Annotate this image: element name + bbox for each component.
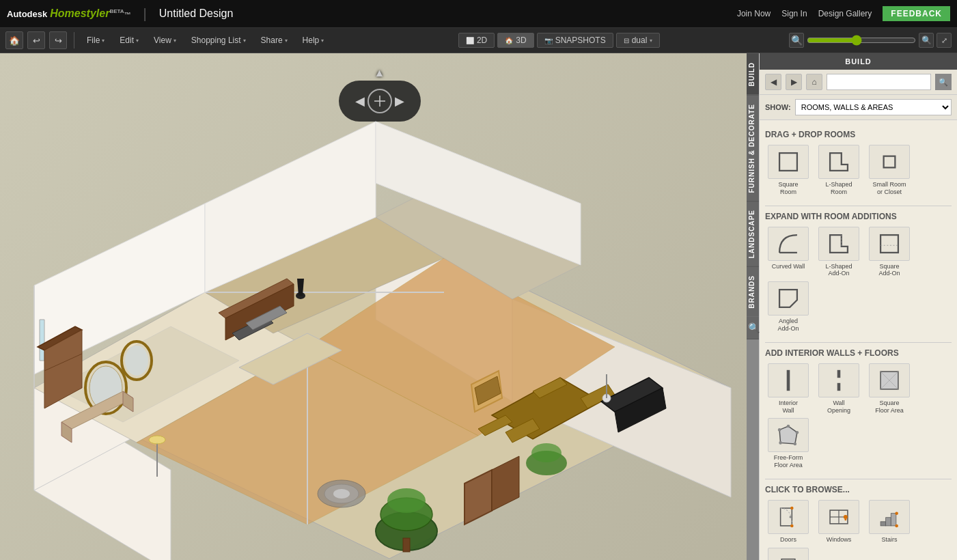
svg-rect-72 [837,370,841,378]
landscape-tab[interactable]: LANDSCAPE [747,201,759,266]
section-divider-1 [765,206,952,206]
3d-view-button[interactable]: 🏠 3D [497,33,533,48]
design-gallery-link[interactable]: Design Gallery [818,9,872,18]
home-button[interactable]: 🏠 [5,31,23,49]
freeform-floor-label: Free-FormFloor Area [774,454,803,469]
zoom-slider[interactable] [807,35,916,46]
snapshots-button[interactable]: 📷 SNAPSHOTS [537,33,613,48]
add-walls-title: ADD INTERIOR WALLS + FLOORS [765,348,952,358]
square-addon-item[interactable]: SquareAdd-On [866,227,913,278]
view-menu[interactable]: View ▾ [148,33,182,48]
2d-view-button[interactable]: ⬜ 2D [458,33,495,48]
panel-search-input[interactable] [827,74,931,90]
toolbar-center: ⬜ 2D 🏠 3D 📷 SNAPSHOTS ⊟ dual ▾ [332,33,786,48]
show-select[interactable]: ROOMS, WALLS & AREAS [795,99,952,115]
interior-wall-icon [768,363,809,397]
nav-up-arrow[interactable]: ▲ [374,67,385,79]
top-nav-right: Join Now Sign In Design Gallery FEEDBACK [737,6,950,21]
l-shaped-room-item[interactable]: L-ShapedRoom [816,145,862,196]
wall-opening-icon [818,363,859,397]
edit-menu[interactable]: Edit ▾ [114,33,144,48]
zoom-in-button[interactable]: 🔍 [919,33,934,48]
dual-button[interactable]: ⊟ dual ▾ [616,33,661,48]
drag-drop-title: DRAG + DROP ROOMS [765,130,952,139]
svg-rect-73 [837,383,841,391]
svg-rect-94 [891,514,896,526]
furnish-tab[interactable]: FURNISH & DECORATE [747,95,759,201]
svg-rect-92 [880,522,886,526]
svg-rect-68 [880,235,898,253]
brands-tab[interactable]: BRANDS [747,266,759,317]
side-tabs: BUILD FURNISH & DECORATE LANDSCAPE BRAND… [747,53,759,560]
feedback-button[interactable]: FEEDBACK [883,6,950,21]
stairs-label: Stairs [881,536,897,544]
toolbar-separator [74,32,74,48]
panel-home-button[interactable]: ⌂ [806,74,822,90]
house-scene [0,87,759,560]
windows-item[interactable]: Windows [816,500,862,544]
join-now-link[interactable]: Join Now [737,9,771,18]
l-shaped-room-icon [818,145,859,179]
interior-wall-item[interactable]: InteriorWall [765,363,812,415]
help-menu[interactable]: Help ▾ [297,33,330,48]
shopping-list-menu[interactable]: Shopping List ▾ [186,33,251,48]
svg-point-90 [844,515,848,519]
redo-button[interactable]: ↪ [49,31,67,49]
sign-in-link[interactable]: Sign In [781,9,807,18]
logo-homestyler: HomestylerBETA™ [50,8,130,20]
file-menu[interactable]: File ▾ [81,33,110,48]
square-room-item[interactable]: SquareRoom [765,145,812,196]
angled-addon-item[interactable]: AngledAdd-On [765,281,812,333]
svg-point-81 [796,431,799,434]
panel-navigation: ◀ ▶ ⌂ 🔍 [760,70,957,95]
build-tab[interactable]: BUILD [747,53,759,95]
zoom-out-button[interactable]: 🔍 [789,33,804,48]
logo: Autodesk HomestylerBETA™ [7,8,131,20]
fullscreen-button[interactable]: ⤢ [937,33,952,48]
stairs-item[interactable]: Stairs [866,500,913,544]
windows-label: Windows [827,536,852,544]
angled-addon-icon [768,281,809,316]
logo-autodesk: Autodesk [7,9,47,19]
svg-marker-51 [40,320,44,361]
l-shaped-addon-label: L-ShapedAdd-On [825,263,852,278]
house-svg [0,115,745,560]
square-addon-label: SquareAdd-On [878,263,900,278]
stairs-icon [869,500,910,534]
canvas[interactable]: ▲ ◀ ▶ ▼ [0,53,759,560]
fireplaces-item[interactable]: Fireplaces [765,548,812,560]
panel-search-button[interactable]: 🔍 [935,74,952,90]
small-room-item[interactable]: Small Roomor Closet [866,145,913,196]
share-menu[interactable]: Share ▾ [255,33,293,48]
wall-opening-item[interactable]: WallOpening [816,363,862,415]
doors-label: Doors [780,536,796,544]
panel-forward-button[interactable]: ▶ [786,74,802,90]
doors-item[interactable]: Doors [765,500,812,544]
freeform-floor-item[interactable]: Free-FormFloor Area [765,418,812,469]
small-room-icon [869,145,910,179]
svg-point-22 [333,489,350,499]
design-title: Untitled Design [159,8,234,20]
show-label: SHOW: [765,103,791,111]
square-addon-icon [869,227,910,261]
svg-marker-70 [779,290,797,307]
svg-point-95 [895,512,898,515]
panel-back-button[interactable]: ◀ [765,74,781,90]
l-shaped-addon-item[interactable]: L-ShapedAdd-On [816,227,862,278]
svg-point-85 [790,507,794,510]
freeform-floor-icon [768,418,809,452]
svg-marker-66 [830,235,848,253]
section-divider-2 [765,342,952,343]
svg-point-43 [387,488,426,513]
svg-rect-44 [403,538,410,552]
search-tab[interactable]: 🔍 [747,317,759,339]
windows-icon [818,500,859,534]
svg-point-38 [125,346,148,376]
browse-title: CLICK TO BROWSE... [765,485,952,494]
square-floor-item[interactable]: SquareFloor Area [866,363,913,415]
small-room-label: Small Roomor Closet [872,181,906,196]
curved-wall-item[interactable]: Curved Wall [765,227,812,278]
svg-point-82 [794,443,797,446]
undo-button[interactable]: ↩ [27,31,45,49]
top-nav-left: Autodesk HomestylerBETA™ | Untitled Desi… [7,6,233,22]
